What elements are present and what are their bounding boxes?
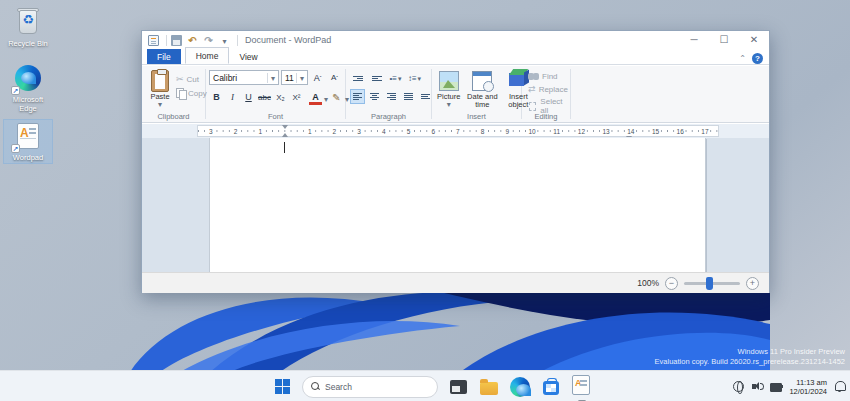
microsoft-store-button[interactable] xyxy=(540,376,562,398)
justify-button[interactable] xyxy=(401,89,416,104)
group-label: Editing xyxy=(522,112,570,121)
paste-dropdown-icon[interactable] xyxy=(158,101,162,109)
maximize-button[interactable]: ☐ xyxy=(709,31,739,49)
find-icon xyxy=(528,71,539,82)
desktop-icon-label: Microsoft Edge xyxy=(4,96,52,113)
subscript-button[interactable]: X₂ xyxy=(273,90,288,105)
decrease-indent-icon[interactable] xyxy=(350,71,365,86)
ruler-number: 15 xyxy=(651,127,660,136)
ruler-strip[interactable]: 3211234567891011121314151617 xyxy=(197,125,719,137)
start-button[interactable] xyxy=(271,376,293,398)
grow-font-button[interactable]: Aˆ xyxy=(310,70,325,85)
clock[interactable]: 11:13 am 12/01/2024 xyxy=(789,378,827,396)
ruler-number: 9 xyxy=(504,127,510,136)
group-label: Clipboard xyxy=(142,112,205,121)
minimize-button[interactable]: ─ xyxy=(679,31,709,49)
notification-bell-icon[interactable] xyxy=(833,380,846,393)
desktop-icon-recycle-bin[interactable]: ♻ Recycle Bin xyxy=(4,6,52,49)
shortcut-arrow-icon: ↗ xyxy=(11,86,20,95)
battery-icon[interactable] xyxy=(770,380,783,393)
font-family-select[interactable]: Calibri xyxy=(209,70,279,85)
text-caret xyxy=(284,142,285,153)
file-explorer-button[interactable] xyxy=(478,376,500,398)
title-bar[interactable]: ↶ ↷ Document - WordPad ─ ☐ ✕ xyxy=(142,31,769,49)
document-page[interactable] xyxy=(209,138,706,272)
replace-button[interactable]: Replace xyxy=(526,83,570,96)
document-area[interactable] xyxy=(142,138,769,272)
zoom-out-button[interactable]: − xyxy=(665,277,678,290)
divider xyxy=(166,35,167,46)
edge-icon xyxy=(510,377,530,397)
superscript-button[interactable]: X² xyxy=(289,90,304,105)
cut-button[interactable]: ✂ Cut xyxy=(174,73,209,85)
redo-button[interactable]: ↷ xyxy=(202,34,215,47)
font-size-select[interactable]: 11 xyxy=(281,70,308,85)
ruler-number: 1 xyxy=(257,127,263,136)
ruler-number: 17 xyxy=(700,127,709,136)
collapse-ribbon-icon[interactable]: ⌃ xyxy=(739,54,746,63)
picture-dropdown-icon[interactable] xyxy=(447,101,451,109)
ruler-row: 3211234567891011121314151617 xyxy=(142,124,769,138)
watermark-line1: Windows 11 Pro Insider Preview xyxy=(655,347,845,357)
underline-button[interactable]: U xyxy=(241,90,256,105)
task-view-button[interactable] xyxy=(447,376,469,398)
edge-icon: ↗ xyxy=(12,62,44,94)
tab-view[interactable]: View xyxy=(229,49,267,64)
wordpad-icon: A ↗ xyxy=(12,120,44,152)
zoom-in-button[interactable]: + xyxy=(746,277,759,290)
save-button[interactable] xyxy=(170,34,183,47)
ruler-number: 13 xyxy=(601,127,610,136)
font-color-dropdown-icon[interactable] xyxy=(324,88,328,106)
shortcut-arrow-icon: ↗ xyxy=(11,144,20,153)
tab-home[interactable]: Home xyxy=(185,47,230,64)
zoom-level-label: 100% xyxy=(637,278,659,288)
desktop-icon-microsoft-edge[interactable]: ↗ Microsoft Edge xyxy=(4,62,52,113)
italic-button[interactable]: I xyxy=(225,90,240,105)
tab-file[interactable]: File xyxy=(147,49,181,64)
picture-icon xyxy=(438,70,460,92)
network-icon[interactable] xyxy=(732,380,745,393)
paragraph-dialog-button[interactable] xyxy=(418,89,433,104)
insert-group: Picture Date and time Insert object Inse… xyxy=(432,66,521,122)
first-line-indent-marker[interactable] xyxy=(282,125,288,129)
find-button[interactable]: Find xyxy=(526,70,570,83)
undo-button[interactable]: ↶ xyxy=(186,34,199,47)
copy-icon xyxy=(176,88,185,98)
ruler-number: 3 xyxy=(208,127,214,136)
help-icon[interactable]: ? xyxy=(752,53,763,64)
close-button[interactable]: ✕ xyxy=(739,31,769,49)
align-center-button[interactable] xyxy=(367,89,382,104)
shrink-font-button[interactable]: Aˇ xyxy=(327,70,342,85)
tray-date: 12/01/2024 xyxy=(789,387,827,396)
ruler-number: 4 xyxy=(381,127,387,136)
zoom-slider[interactable] xyxy=(684,282,740,285)
store-icon xyxy=(543,381,559,395)
quick-access-dropdown[interactable] xyxy=(218,34,231,47)
text-highlight-button[interactable]: ✎ xyxy=(329,90,344,105)
ruler-number: 3 xyxy=(356,127,362,136)
font-color-button[interactable]: A xyxy=(308,90,323,105)
paste-icon xyxy=(149,70,171,92)
bold-button[interactable]: B xyxy=(209,90,224,105)
volume-icon[interactable] xyxy=(751,380,764,393)
align-right-button[interactable] xyxy=(384,89,399,104)
recycle-bin-icon: ♻ xyxy=(12,6,44,38)
taskbar-search-input[interactable]: Search xyxy=(302,376,438,398)
search-icon xyxy=(311,382,320,391)
wordpad-window: ↶ ↷ Document - WordPad ─ ☐ ✕ File Home V… xyxy=(141,30,770,293)
group-label: Insert xyxy=(432,112,521,121)
ruler-number: 11 xyxy=(552,127,561,136)
strikethrough-button[interactable]: abc xyxy=(257,90,272,105)
edge-taskbar-button[interactable] xyxy=(509,376,531,398)
align-left-button[interactable] xyxy=(350,89,365,104)
desktop-icon-wordpad[interactable]: A ↗ Wordpad xyxy=(4,120,52,163)
bullets-icon[interactable]: •≡▾ xyxy=(388,71,403,86)
hanging-indent-marker[interactable] xyxy=(282,133,288,137)
wordpad-icon: A xyxy=(572,375,590,395)
increase-indent-icon[interactable] xyxy=(369,71,384,86)
ruler-number: 12 xyxy=(577,127,586,136)
line-spacing-icon[interactable]: ↕≡▾ xyxy=(407,71,422,86)
wordpad-taskbar-button[interactable]: A xyxy=(571,376,593,398)
zoom-slider-thumb[interactable] xyxy=(706,277,713,290)
copy-button[interactable]: Copy xyxy=(174,87,209,99)
